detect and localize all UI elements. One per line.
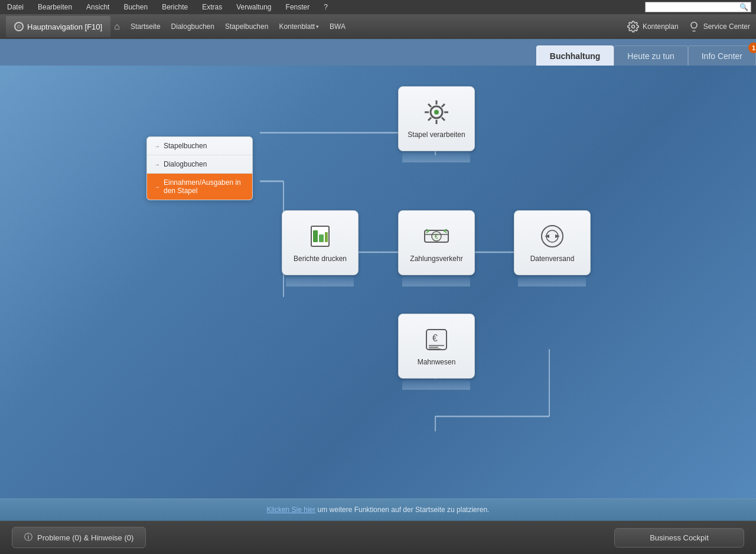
mahnwesen-icon: €	[422, 325, 451, 354]
menu-fenster[interactable]: Fenster	[284, 2, 312, 12]
kontenblatt-dropdown-icon: ▾	[316, 24, 319, 30]
menu-bar: Datei Bearbeiten Ansicht Buchen Berichte…	[0, 0, 756, 14]
tab-bar: Buchhaltung Heute zu tun Info Center 1	[0, 39, 756, 66]
problems-icon: ⓘ	[24, 532, 32, 543]
svg-text:€: €	[432, 333, 438, 343]
menu-berichte[interactable]: Berichte	[159, 2, 190, 12]
svg-rect-30	[313, 230, 318, 242]
menu-ansicht[interactable]: Ansicht	[84, 2, 112, 12]
problems-button[interactable]: ⓘ Probleme (0) & Hinweise (0)	[12, 527, 146, 548]
nav-circle-icon: ⊙	[14, 22, 24, 31]
card-stapel-verarbeiten[interactable]: Stapel verarbeiten	[398, 86, 475, 151]
main-content: → Stapelbuchen → Dialogbuchen → Einnahme…	[0, 66, 756, 498]
arrow-icon: →	[154, 143, 160, 149]
kontenplan-label: Kontenplan	[643, 22, 679, 31]
business-cockpit-button[interactable]: Business Cockpit	[614, 528, 744, 548]
stapel-menu-card: → Stapelbuchen → Dialogbuchen → Einnahme…	[146, 136, 253, 200]
menu-buchen[interactable]: Buchen	[121, 2, 150, 12]
search-input[interactable]	[648, 4, 739, 11]
nav-kontenblatt[interactable]: Kontenblatt ▾	[276, 21, 321, 32]
card-berichte-drucken[interactable]: Berichte drucken	[282, 210, 359, 275]
berichte-drucken-icon	[305, 221, 335, 251]
tab-heute-zu-tun[interactable]: Heute zu tun	[614, 45, 687, 66]
svg-line-26	[442, 118, 445, 120]
home-icon: ⌂	[114, 21, 120, 32]
service-center-icon	[688, 21, 700, 32]
bottom-bar-text: Klicken Sie hier um weitere Funktionen a…	[267, 506, 490, 514]
service-center-label: Service Center	[703, 22, 750, 31]
svg-rect-31	[319, 234, 324, 242]
nav-links: ⌂ Startseite Dialogbuchen Stapelbuchen K…	[114, 21, 627, 32]
menu-dialogbuchen[interactable]: → Dialogbuchen	[147, 155, 252, 174]
search-icon: 🔍	[739, 3, 748, 11]
menu-datei[interactable]: Datei	[5, 2, 26, 12]
stapel-verarbeiten-icon	[422, 97, 451, 127]
nav-dialogbuchen[interactable]: Dialogbuchen	[169, 21, 217, 32]
toolbar-right: Kontenplan Service Center	[627, 21, 750, 32]
zahlungsverkehr-label: Zahlungsverkehr	[410, 255, 462, 264]
nav-startseite[interactable]: Startseite	[128, 21, 163, 32]
svg-line-27	[442, 104, 445, 107]
bottom-bar-link[interactable]: Klicken Sie hier	[267, 506, 316, 514]
hauptnavigation-label: Hauptnavigation [F10]	[27, 22, 102, 31]
kontenplan-gear-icon	[627, 21, 639, 32]
bottom-bar-rest: um weitere Funktionen auf der Startseite…	[315, 506, 489, 514]
svg-point-0	[631, 25, 634, 28]
service-center-button[interactable]: Service Center	[688, 21, 750, 32]
arrow-icon-3: →	[154, 184, 160, 190]
card-zahlungsverkehr[interactable]: € Zahlungsverkehr	[398, 210, 475, 275]
toolbar: ⊙ Hauptnavigation [F10] ⌂ Startseite Dia…	[0, 14, 756, 39]
datenversand-icon	[537, 221, 567, 251]
stapel-verarbeiten-label: Stapel verarbeiten	[408, 131, 465, 140]
svg-point-20	[434, 110, 439, 115]
connector-lines	[0, 66, 756, 498]
datenversand-label: Datenversand	[530, 255, 575, 264]
svg-line-28	[428, 118, 431, 120]
svg-line-25	[428, 104, 431, 107]
menu-bearbeiten[interactable]: Bearbeiten	[35, 2, 74, 12]
menu-extras[interactable]: Extras	[200, 2, 224, 12]
menu-help[interactable]: ?	[321, 2, 330, 12]
arrow-icon-2: →	[154, 161, 160, 168]
card-mahnwesen[interactable]: € Mahnwesen	[398, 314, 475, 379]
footer: ⓘ Probleme (0) & Hinweise (0) Business C…	[0, 521, 756, 554]
berichte-drucken-label: Berichte drucken	[294, 255, 347, 264]
bottom-bar: Klicken Sie hier um weitere Funktionen a…	[0, 498, 756, 521]
svg-rect-32	[325, 232, 328, 242]
zahlungsverkehr-icon: €	[422, 221, 451, 251]
nav-bwa[interactable]: BWA	[327, 21, 348, 32]
kontenplan-button[interactable]: Kontenplan	[627, 21, 679, 32]
menu-einnahmen[interactable]: → Einnahmen/Ausgaben in den Stapel	[147, 174, 252, 200]
search-box[interactable]: 🔍	[645, 2, 751, 12]
info-center-badge: 1	[748, 43, 756, 53]
nav-stapelbuchen[interactable]: Stapelbuchen	[223, 21, 271, 32]
menu-stapelbuchen[interactable]: → Stapelbuchen	[147, 137, 252, 155]
tab-info-center[interactable]: Info Center 1	[688, 45, 756, 66]
card-datenversand[interactable]: Datenversand	[514, 210, 591, 275]
hauptnavigation-button[interactable]: ⊙ Hauptnavigation [F10]	[6, 16, 110, 37]
problems-label: Probleme (0) & Hinweise (0)	[37, 533, 133, 542]
mahnwesen-label: Mahnwesen	[418, 358, 456, 367]
menu-verwaltung[interactable]: Verwaltung	[234, 2, 273, 12]
cockpit-label: Business Cockpit	[650, 533, 709, 542]
tab-buchhaltung[interactable]: Buchhaltung	[536, 45, 614, 66]
